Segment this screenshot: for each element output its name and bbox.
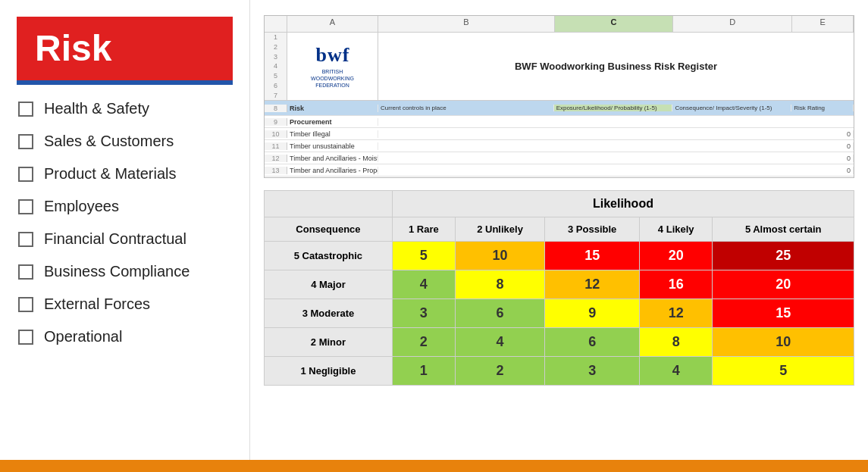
matrix-cell: 9 bbox=[545, 299, 640, 328]
matrix-cell: 3 bbox=[545, 357, 640, 386]
nav-checkbox-health-safety[interactable] bbox=[18, 102, 33, 117]
bottom-orange-bar bbox=[0, 460, 868, 472]
nav-checkbox-financial-contractual[interactable] bbox=[18, 232, 33, 247]
nav-checkbox-product-materials[interactable] bbox=[18, 167, 33, 182]
table-row: 12Timber and Ancillaries - Moisture prob… bbox=[265, 152, 854, 164]
ss-row-num: 13 bbox=[265, 167, 287, 174]
table-row: 4 Major48121620 bbox=[265, 270, 854, 299]
matrix-consequence-label: 1 Negligible bbox=[265, 357, 393, 386]
nav-label-financial-contractual: Financial Contractual bbox=[44, 230, 186, 248]
table-row: 2 Minor246810 bbox=[265, 328, 854, 357]
matrix-consequence-label: 3 Moderate bbox=[265, 299, 393, 328]
ss-col-header-row: A B C D E bbox=[265, 16, 854, 33]
nav-checkbox-business-compliance[interactable] bbox=[18, 264, 33, 280]
matrix-cell: 6 bbox=[455, 299, 545, 328]
table-row: 10Timber Illegal0 bbox=[265, 128, 854, 140]
nav-label-product-materials: Product & Materials bbox=[44, 165, 177, 183]
ss-col-A: A bbox=[287, 16, 378, 32]
nav-checkbox-operational[interactable] bbox=[18, 330, 33, 345]
ss-cell-a: Timber and Ancillaries - Properties of c… bbox=[287, 167, 378, 174]
sidebar-item-employees[interactable]: Employees bbox=[0, 190, 249, 223]
matrix-col-header-4: 4 Likely bbox=[640, 217, 713, 242]
ss-title-area: BWF Woodworking Business Risk Register bbox=[378, 33, 854, 100]
matrix-cell: 1 bbox=[392, 357, 455, 386]
matrix-consequence-label: 4 Major bbox=[265, 270, 393, 299]
nav-checkbox-external-forces[interactable] bbox=[18, 297, 33, 312]
ss-logo-cell: b w f BRITISHWOODWORKINGFEDERATION bbox=[287, 33, 378, 100]
ss-logo-row: 1234567 b w f BRITISHWOODWORKINGFEDERATI… bbox=[265, 33, 854, 101]
bwf-logo: b w f bbox=[316, 44, 349, 67]
matrix-likelihood-header-row: Likelihood bbox=[265, 191, 854, 217]
matrix-cell: 5 bbox=[713, 357, 854, 386]
risk-matrix-table: Likelihood Consequence1 Rare2 Unlikely3 … bbox=[264, 190, 854, 386]
ss-col-B: B bbox=[378, 16, 555, 32]
ss-col-C: C bbox=[555, 16, 674, 32]
matrix-empty-corner bbox=[265, 191, 393, 217]
spreadsheet-inner: A B C D E 1234567 b w f bbox=[265, 16, 854, 177]
nav-label-operational: Operational bbox=[44, 328, 122, 345]
matrix-cell: 12 bbox=[640, 299, 713, 328]
sidebar-item-health-safety[interactable]: Health & Safety bbox=[0, 92, 249, 125]
ss-col-D: D bbox=[673, 16, 792, 32]
ss-cell-e: 0 bbox=[791, 142, 854, 150]
table-row: 1 Negligible12345 bbox=[265, 357, 854, 386]
ss-row-num: 10 bbox=[265, 130, 287, 138]
ss-row-num: 11 bbox=[265, 142, 287, 150]
table-row: 14Timber and Ancillaries - Compatibility… bbox=[265, 177, 854, 177]
ss-row-num: 12 bbox=[265, 155, 287, 162]
matrix-cell: 15 bbox=[545, 242, 640, 270]
right-panel: A B C D E 1234567 b w f bbox=[250, 0, 868, 460]
matrix-cell: 20 bbox=[640, 242, 713, 270]
matrix-cell: 4 bbox=[455, 328, 545, 357]
table-row: 13Timber and Ancillaries - Properties of… bbox=[265, 164, 854, 177]
matrix-consequence-label: 2 Minor bbox=[265, 328, 393, 357]
matrix-cell: 20 bbox=[713, 270, 854, 299]
ss-cell-a: Timber and Ancillaries - Moisture proble… bbox=[287, 155, 378, 162]
ss-rn-8: 8 bbox=[265, 105, 287, 112]
matrix-cell: 12 bbox=[545, 270, 640, 299]
matrix-consequence-label: 5 Catastrophic bbox=[265, 242, 393, 270]
sidebar-item-operational[interactable]: Operational bbox=[0, 320, 249, 353]
sidebar-item-product-materials[interactable]: Product & Materials bbox=[0, 158, 249, 190]
sidebar-nav: Health & SafetySales & CustomersProduct … bbox=[0, 85, 249, 460]
matrix-cell: 2 bbox=[392, 328, 455, 357]
ss-risk-header: Risk bbox=[287, 105, 378, 112]
main-content: Risk Health & SafetySales & CustomersPro… bbox=[0, 0, 868, 460]
matrix-cell: 5 bbox=[392, 242, 455, 270]
sidebar-item-sales-customers[interactable]: Sales & Customers bbox=[0, 125, 249, 158]
nav-checkbox-sales-customers[interactable] bbox=[18, 134, 33, 149]
sidebar-item-external-forces[interactable]: External Forces bbox=[0, 288, 249, 320]
nav-label-sales-customers: Sales & Customers bbox=[44, 133, 174, 150]
matrix-col-header-2: 2 Unlikely bbox=[455, 217, 545, 242]
ss-cell-e: 0 bbox=[791, 155, 854, 162]
ss-header-data-row: 8 Risk Current controls in place Exposur… bbox=[265, 101, 854, 116]
matrix-cell: 8 bbox=[455, 270, 545, 299]
nav-checkbox-employees[interactable] bbox=[18, 199, 33, 214]
matrix-cell: 10 bbox=[455, 242, 545, 270]
sidebar-header: Risk bbox=[17, 17, 233, 80]
nav-label-health-safety: Health & Safety bbox=[44, 100, 149, 117]
ss-row-num: 9 bbox=[265, 118, 287, 126]
table-row: 5 Catastrophic510152025 bbox=[265, 242, 854, 270]
matrix-cell: 16 bbox=[640, 270, 713, 299]
matrix-likelihood-label: Likelihood bbox=[392, 191, 854, 217]
nav-label-external-forces: External Forces bbox=[44, 295, 150, 313]
ss-colb-header: Current controls in place bbox=[378, 105, 554, 111]
sidebar-title: Risk bbox=[35, 28, 111, 68]
matrix-cell: 10 bbox=[713, 328, 854, 357]
ss-colc-header: Exposure/Likelihood/ Probability (1-5) bbox=[554, 105, 673, 111]
bwf-subtitle: BRITISHWOODWORKINGFEDERATION bbox=[311, 68, 354, 89]
ss-row-nums: 1234567 bbox=[265, 33, 287, 100]
ss-data-rows: 9Procurement10Timber Illegal011Timber un… bbox=[265, 116, 854, 177]
matrix-col-header-row: Consequence1 Rare2 Unlikely3 Possible4 L… bbox=[265, 217, 854, 242]
nav-label-employees: Employees bbox=[44, 198, 119, 215]
sidebar-item-business-compliance[interactable]: Business Compliance bbox=[0, 255, 249, 288]
matrix-col-header-3: 3 Possible bbox=[545, 217, 640, 242]
sidebar-item-financial-contractual[interactable]: Financial Contractual bbox=[0, 223, 249, 255]
matrix-col-header-5: 5 Almost certain bbox=[713, 217, 854, 242]
ss-cell-e: 0 bbox=[791, 130, 854, 138]
spreadsheet-preview: A B C D E 1234567 b w f bbox=[264, 15, 854, 178]
ss-cole-header: Risk Rating bbox=[791, 105, 854, 111]
risk-matrix-container: Likelihood Consequence1 Rare2 Unlikely3 … bbox=[264, 190, 854, 460]
matrix-body: 5 Catastrophic5101520254 Major481216203 … bbox=[265, 242, 854, 386]
